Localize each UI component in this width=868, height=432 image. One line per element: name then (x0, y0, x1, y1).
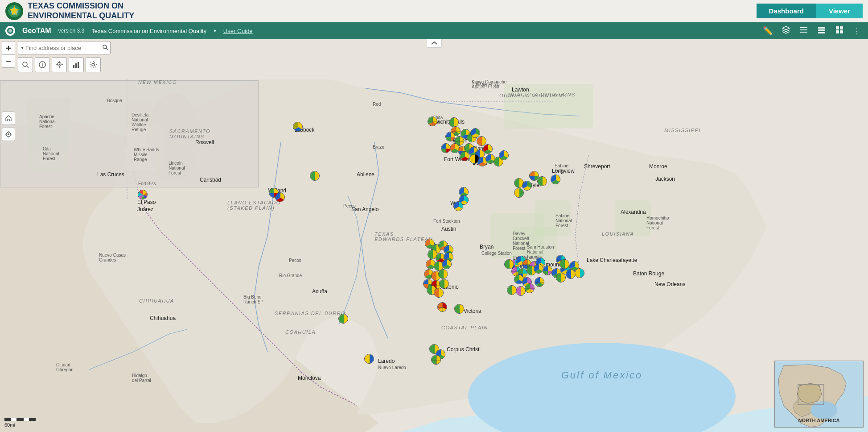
pie-marker[interactable] (559, 259, 569, 269)
gps-button[interactable] (2, 128, 15, 141)
pie-marker[interactable] (293, 122, 303, 132)
svg-rect-44 (78, 62, 79, 68)
zoom-out-button[interactable]: − (2, 54, 15, 68)
zoom-controls: + − (2, 41, 15, 68)
geotam-title: GeoTAM (22, 27, 51, 35)
pie-marker[interactable] (138, 190, 148, 199)
pie-marker[interactable] (442, 259, 452, 269)
svg-point-29 (147, 93, 201, 182)
settings-tool[interactable] (86, 57, 101, 72)
identify-tool[interactable]: i (35, 57, 50, 72)
svg-point-30 (103, 45, 107, 49)
pie-marker[interactable] (437, 302, 447, 312)
svg-rect-23 (504, 84, 593, 129)
pie-marker[interactable] (507, 285, 517, 295)
search-input[interactable] (25, 45, 101, 51)
pie-marker[interactable] (310, 171, 320, 181)
collapse-button[interactable] (427, 39, 442, 48)
svg-rect-6 (800, 27, 807, 28)
dashboard-tab[interactable]: Dashboard (757, 4, 816, 18)
svg-point-32 (23, 62, 27, 66)
svg-rect-10 (818, 29, 825, 31)
header-nav-buttons: Dashboard Viewer (757, 4, 863, 18)
search-button[interactable] (102, 44, 108, 52)
svg-rect-9 (818, 27, 825, 29)
svg-line-31 (106, 48, 108, 50)
stack-icon[interactable] (815, 25, 828, 37)
mini-map: NORTH AMERICA (774, 361, 864, 428)
pie-marker[interactable] (428, 116, 437, 126)
pie-marker[interactable] (434, 288, 444, 298)
svg-point-37 (59, 64, 60, 65)
svg-rect-12 (836, 26, 839, 29)
pie-marker[interactable] (551, 174, 560, 184)
grid-icon[interactable] (833, 25, 846, 37)
pie-marker[interactable] (535, 277, 544, 287)
pie-marker[interactable] (516, 286, 526, 296)
scale-bar: 60mi (4, 415, 36, 428)
org-name-bar: Texas Commission on Environmental Qualit… (91, 28, 206, 34)
pie-marker[interactable] (449, 117, 459, 127)
pie-marker[interactable] (364, 354, 374, 364)
pie-marker[interactable] (575, 268, 584, 278)
svg-text:Gulf of Mexico: Gulf of Mexico (561, 370, 643, 381)
zoom-in-button[interactable]: + (2, 41, 15, 54)
top-header: Texas Commission onEnvironmental Quality… (0, 0, 868, 22)
pie-marker[interactable] (556, 273, 566, 282)
user-guide-link[interactable]: User Guide (223, 28, 253, 34)
pie-marker[interactable] (439, 279, 449, 289)
pie-marker[interactable] (483, 144, 493, 154)
pie-marker[interactable] (504, 259, 514, 269)
svg-rect-27 (615, 200, 651, 236)
pie-marker[interactable] (499, 150, 509, 160)
svg-rect-42 (73, 65, 74, 68)
search-bar: ▾ (18, 41, 111, 54)
pie-marker[interactable] (438, 269, 448, 279)
location-tool[interactable] (52, 57, 67, 72)
pie-marker[interactable] (445, 132, 455, 141)
toolbar-icons-right: ✏️ (761, 25, 863, 37)
svg-rect-20 (27, 129, 67, 173)
svg-rect-13 (840, 26, 843, 29)
graph-tool[interactable] (69, 57, 84, 72)
pie-marker[interactable] (431, 355, 441, 365)
svg-point-5 (8, 29, 12, 33)
home-button[interactable] (2, 112, 15, 125)
separator: • (214, 27, 216, 35)
svg-rect-8 (800, 32, 807, 33)
svg-rect-7 (800, 29, 807, 30)
pie-marker[interactable] (525, 283, 535, 293)
pie-marker[interactable] (454, 304, 464, 314)
map-background: Gulf of Mexico (0, 39, 868, 432)
viewer-tab[interactable]: Viewer (816, 4, 863, 18)
pie-marker[interactable] (543, 266, 552, 275)
version-label: version 3.3 (58, 28, 85, 34)
pie-marker[interactable] (275, 192, 285, 202)
map-area[interactable]: Gulf of Mexico + − ▾ (0, 39, 868, 432)
search-map-tool[interactable] (18, 57, 33, 72)
svg-text:i: i (42, 63, 43, 67)
pie-marker[interactable] (522, 181, 532, 191)
org-title: Texas Commission onEnvironmental Quality (28, 1, 134, 21)
pie-marker[interactable] (338, 314, 348, 324)
svg-point-45 (92, 63, 95, 66)
layers-icon[interactable] (780, 25, 792, 37)
geotam-logo (5, 26, 15, 36)
svg-rect-43 (75, 63, 77, 68)
list-icon[interactable] (798, 25, 810, 37)
svg-line-33 (27, 66, 29, 68)
more-icon[interactable]: ⋮ (851, 25, 863, 37)
edit-icon[interactable]: ✏️ (761, 25, 774, 37)
search-dropdown-button[interactable]: ▾ (20, 44, 25, 52)
scale-label: 60mi (4, 422, 15, 428)
pie-marker[interactable] (453, 201, 463, 211)
pie-marker[interactable] (537, 176, 547, 186)
pie-marker[interactable] (514, 188, 524, 198)
pie-marker[interactable] (460, 151, 469, 161)
svg-point-47 (8, 133, 9, 135)
pie-marker[interactable] (441, 143, 451, 153)
pie-marker[interactable] (566, 269, 576, 279)
svg-rect-11 (818, 32, 825, 33)
pie-marker[interactable] (534, 264, 543, 274)
svg-rect-26 (535, 200, 571, 236)
